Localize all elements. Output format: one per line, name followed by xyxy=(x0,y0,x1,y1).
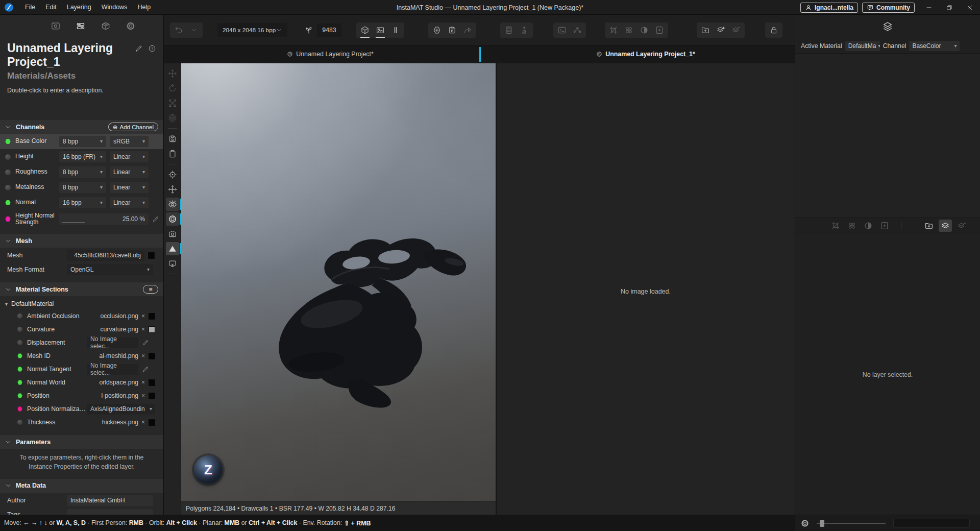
map-swatch[interactable] xyxy=(149,419,155,426)
meta-data-header[interactable]: Meta Data xyxy=(0,479,163,493)
author-field[interactable]: InstaMaterial GmbH xyxy=(67,495,153,506)
mesh-display-button[interactable] xyxy=(166,242,179,255)
material-row[interactable]: Ambient Occlusion occlusion.png × xyxy=(0,309,163,323)
add-layer-button[interactable] xyxy=(939,220,952,232)
view-3d-button[interactable] xyxy=(357,23,373,37)
export-button[interactable] xyxy=(460,23,475,37)
channels-header[interactable]: Channels ⊕ Add Channel xyxy=(0,120,163,134)
project-description[interactable]: Double-click to enter a description. xyxy=(7,87,156,94)
viewport-2d[interactable]: No image loaded. xyxy=(497,63,795,515)
menu-edit[interactable]: Edit xyxy=(40,2,62,12)
rename-pencil-icon[interactable] xyxy=(135,44,143,53)
strength-value-field[interactable]: 25.00 % xyxy=(59,213,149,225)
remove-icon[interactable]: × xyxy=(141,326,145,332)
material-list-button[interactable]: ≡ xyxy=(143,285,158,294)
viewport-3d[interactable]: Z Polygons 224,184 • Drawcalls 1 • BSR 1… xyxy=(181,63,496,515)
colorspace-dropdown[interactable]: Linear▾ xyxy=(110,182,149,193)
edit-pencil-icon[interactable] xyxy=(142,366,149,373)
position-normalization-dropdown[interactable]: AxisAlignedBoundin▾ xyxy=(87,404,155,415)
channel-row[interactable]: Normal 16 bpp▾ Linear▾ xyxy=(0,195,163,210)
crop-layer-button[interactable] xyxy=(829,220,842,232)
menu-layering[interactable]: Layering xyxy=(62,2,96,12)
tags-field[interactable] xyxy=(67,509,153,515)
colorspace-dropdown[interactable]: Linear▾ xyxy=(110,151,149,162)
bake-button[interactable] xyxy=(517,23,532,37)
scene-nodes-button[interactable] xyxy=(166,183,179,196)
atomize-layer-button[interactable] xyxy=(845,220,859,232)
camera-button[interactable] xyxy=(166,227,179,240)
mesh-thumb-swatch[interactable] xyxy=(148,252,155,259)
material-row[interactable]: Position l-position.png × xyxy=(0,389,163,402)
no-image-field[interactable]: No Image selec... xyxy=(87,337,138,348)
edit-pencil-icon[interactable] xyxy=(142,339,149,346)
colorspace-dropdown[interactable]: sRGB▾ xyxy=(110,136,149,147)
no-image-field[interactable]: No Image selec... xyxy=(87,364,138,375)
crop-button[interactable] xyxy=(606,23,621,37)
map-swatch[interactable] xyxy=(149,313,155,320)
colorspace-dropdown[interactable]: Linear▾ xyxy=(110,197,149,208)
minimize-button[interactable] xyxy=(919,0,939,15)
restore-button[interactable] xyxy=(939,0,960,15)
remove-icon[interactable]: × xyxy=(141,313,145,319)
slider-handle[interactable] xyxy=(820,520,824,527)
bpp-dropdown[interactable]: 16 bpp▾ xyxy=(59,197,106,208)
graph-button[interactable] xyxy=(570,23,585,37)
edit-pencil-icon[interactable] xyxy=(152,215,159,223)
levels-button[interactable] xyxy=(636,23,652,37)
mesh-header[interactable]: Mesh xyxy=(0,234,163,248)
lock-button[interactable] xyxy=(766,23,781,37)
visibility-button[interactable] xyxy=(166,198,179,211)
remove-layer-button[interactable] xyxy=(955,220,968,232)
pivot-button[interactable] xyxy=(166,111,179,125)
remove-icon[interactable]: × xyxy=(141,379,145,385)
save-view-button[interactable] xyxy=(166,132,179,146)
bpp-dropdown[interactable]: 8 bpp▾ xyxy=(59,166,106,178)
material-group-row[interactable]: ▾ DefaultMaterial xyxy=(0,298,163,309)
mesh-format-dropdown[interactable]: OpenGL▾ xyxy=(67,264,153,275)
map-swatch[interactable] xyxy=(149,393,155,399)
channel-row[interactable]: Roughness 8 bpp▾ Linear▾ xyxy=(0,164,163,180)
remove-icon[interactable]: × xyxy=(141,419,145,425)
material-sections-header[interactable]: Material Sections ≡ xyxy=(0,282,163,296)
active-material-dropdown[interactable]: DefaultMa▾ xyxy=(845,41,880,51)
new-instance-button[interactable] xyxy=(429,23,445,37)
layer-list-area[interactable]: No layer selected. xyxy=(795,233,980,515)
bpp-dropdown[interactable]: 8 bpp▾ xyxy=(59,136,106,147)
community-button[interactable]: Community xyxy=(862,3,915,13)
zoom-slider[interactable] xyxy=(817,523,886,524)
resolution-dropdown[interactable]: 2048 x 2048 16 bpp xyxy=(217,23,287,37)
add-channel-button[interactable]: ⊕ Add Channel xyxy=(108,123,158,131)
bpp-dropdown[interactable]: 16 bpp (FR)▾ xyxy=(59,151,106,162)
help-icon[interactable]: ? xyxy=(148,44,156,53)
channel-row[interactable]: Metalness 8 bpp▾ Linear▾ xyxy=(0,180,163,195)
atomize-button[interactable] xyxy=(621,23,636,37)
environment-button[interactable] xyxy=(166,212,179,226)
split-view-button[interactable] xyxy=(388,23,403,37)
save-button[interactable] xyxy=(445,23,460,37)
map-swatch[interactable] xyxy=(149,379,155,386)
material-row[interactable]: Thickness hickness.png × xyxy=(0,416,163,429)
levels-layer-button[interactable] xyxy=(862,220,875,232)
channel-row[interactable]: Base Color 8 bpp▾ sRGB▾ xyxy=(0,134,163,149)
console-button[interactable] xyxy=(554,23,570,37)
presentation-button[interactable] xyxy=(166,257,179,270)
undo-button[interactable] xyxy=(171,23,186,37)
channel-row[interactable]: Height 16 bpp (FR)▾ Linear▾ xyxy=(0,149,163,164)
menu-windows[interactable]: Windows xyxy=(96,2,133,12)
height-normal-strength-row[interactable]: Height Normal Strength 25.00 % xyxy=(0,210,163,228)
view-2d-button[interactable] xyxy=(373,23,388,37)
effects-button[interactable] xyxy=(652,23,667,37)
add-layer-button[interactable] xyxy=(713,23,728,37)
menu-help[interactable]: Help xyxy=(132,2,156,12)
tab-3d-viewport[interactable]: Unnamed Layering Project* xyxy=(164,45,497,63)
settings-gear-icon[interactable] xyxy=(126,21,136,31)
device-button[interactable] xyxy=(501,23,517,37)
move-tool-button[interactable] xyxy=(166,67,179,80)
tab-2d-viewport[interactable]: Unnamed Layering Project_1* xyxy=(497,45,795,63)
material-row[interactable]: Normal Tangent No Image selec... xyxy=(0,363,163,376)
mesh-file-field[interactable]: 45c58fd36813/cave8.obj xyxy=(67,250,144,261)
bpp-dropdown[interactable]: 8 bpp▾ xyxy=(59,182,106,193)
settings-gear-icon[interactable] xyxy=(800,519,810,528)
scale-tool-button[interactable] xyxy=(166,96,179,110)
undo-history-button[interactable] xyxy=(186,23,202,37)
